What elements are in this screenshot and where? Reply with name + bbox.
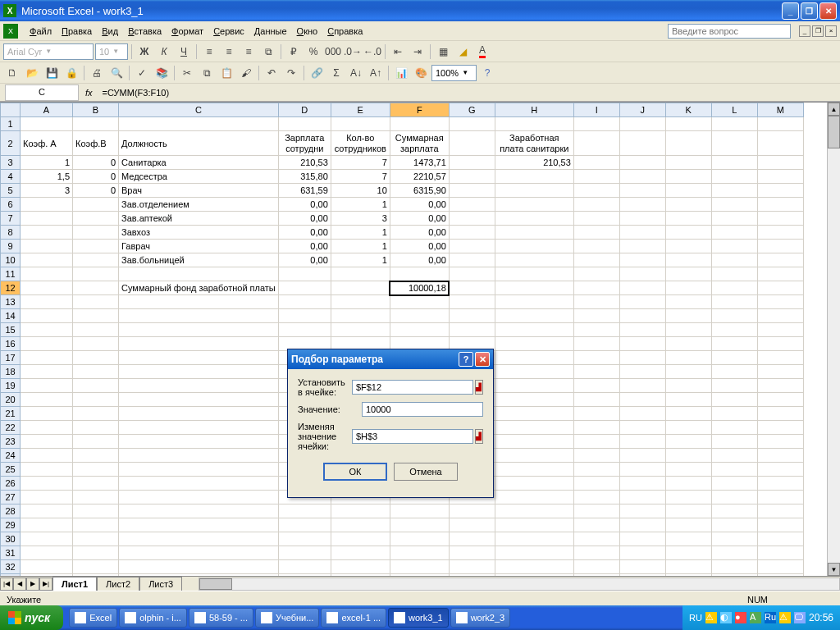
cell-J5[interactable]	[619, 184, 665, 198]
cell-D30[interactable]	[278, 532, 331, 546]
cell-M12[interactable]	[757, 281, 803, 295]
row-header-28[interactable]: 28	[1, 504, 21, 518]
cell-A23[interactable]	[21, 435, 73, 449]
cell-H10[interactable]	[495, 253, 573, 267]
row-header-20[interactable]: 20	[1, 393, 21, 407]
cell-E5[interactable]: 10	[331, 184, 390, 198]
cell-K7[interactable]	[665, 212, 711, 226]
decrease-indent-button[interactable]: ⇤	[389, 43, 407, 61]
cell-A33[interactable]	[21, 574, 73, 577]
cell-E33[interactable]	[331, 574, 390, 577]
cell-K31[interactable]	[665, 546, 711, 560]
cell-B28[interactable]	[73, 504, 119, 518]
cell-H2[interactable]: Заработная плата санитарки	[495, 131, 573, 156]
cell-I1[interactable]	[573, 117, 619, 131]
cell-D4[interactable]: 315,80	[278, 170, 331, 184]
cell-A32[interactable]	[21, 560, 73, 574]
cell-I3[interactable]	[573, 156, 619, 170]
cell-M28[interactable]	[757, 504, 803, 518]
increase-indent-button[interactable]: ⇥	[409, 43, 427, 61]
cell-I21[interactable]	[573, 407, 619, 421]
align-center-button[interactable]: ≡	[220, 43, 238, 61]
cell-G1[interactable]	[449, 117, 495, 131]
cell-H11[interactable]	[495, 267, 573, 281]
cell-C32[interactable]	[119, 560, 279, 574]
cell-A24[interactable]	[21, 449, 73, 463]
cell-J15[interactable]	[619, 323, 665, 337]
cell-G15[interactable]	[449, 323, 495, 337]
cell-D5[interactable]: 631,59	[278, 184, 331, 198]
cell-F33[interactable]	[390, 574, 449, 577]
cell-K10[interactable]	[665, 253, 711, 267]
cell-B18[interactable]	[73, 365, 119, 379]
cell-A15[interactable]	[21, 323, 73, 337]
cell-A3[interactable]: 1	[21, 156, 73, 170]
tray-icon[interactable]: 🖵	[794, 612, 806, 623]
cell-H21[interactable]	[495, 407, 573, 421]
cell-D28[interactable]	[278, 504, 331, 518]
window-minimize-button[interactable]: _	[782, 2, 799, 20]
cell-C24[interactable]	[119, 449, 279, 463]
cell-B31[interactable]	[73, 546, 119, 560]
cell-C2[interactable]: Должность	[119, 131, 279, 156]
cell-K5[interactable]	[665, 184, 711, 198]
cell-D7[interactable]: 0,00	[278, 212, 331, 226]
row-header-21[interactable]: 21	[1, 407, 21, 421]
cell-A8[interactable]	[21, 226, 73, 240]
window-close-button[interactable]: ✕	[819, 2, 837, 20]
cell-D33[interactable]	[278, 574, 331, 577]
menu-Вставка[interactable]: Вставка	[123, 25, 167, 38]
merge-center-button[interactable]: ⧉	[259, 43, 277, 61]
cell-I24[interactable]	[573, 449, 619, 463]
tab-nav-last[interactable]: ▶|	[39, 578, 52, 591]
cell-J30[interactable]	[619, 532, 665, 546]
cell-I25[interactable]	[573, 463, 619, 477]
menu-Сервис[interactable]: Сервис	[208, 25, 249, 38]
cell-B3[interactable]: 0	[73, 156, 119, 170]
cell-I10[interactable]	[573, 253, 619, 267]
cell-H26[interactable]	[495, 477, 573, 491]
cell-J31[interactable]	[619, 546, 665, 560]
cell-I5[interactable]	[573, 184, 619, 198]
cell-M5[interactable]	[757, 184, 803, 198]
cell-B17[interactable]	[73, 351, 119, 365]
cell-B20[interactable]	[73, 393, 119, 407]
comma-button[interactable]: 000	[324, 43, 342, 61]
cell-C16[interactable]	[119, 337, 279, 351]
cell-I12[interactable]	[573, 281, 619, 295]
cell-C29[interactable]	[119, 518, 279, 532]
cell-H28[interactable]	[495, 504, 573, 518]
col-header-M[interactable]: M	[757, 103, 803, 117]
cell-K1[interactable]	[665, 117, 711, 131]
col-header-F[interactable]: F	[390, 103, 449, 117]
cell-K20[interactable]	[665, 393, 711, 407]
cell-B24[interactable]	[73, 449, 119, 463]
cell-H30[interactable]	[495, 532, 573, 546]
cell-G31[interactable]	[449, 546, 495, 560]
cell-G13[interactable]	[449, 295, 495, 309]
row-header-11[interactable]: 11	[1, 267, 21, 281]
cell-A11[interactable]	[21, 267, 73, 281]
zoom-select[interactable]: 100%▼	[431, 65, 477, 81]
cell-B26[interactable]	[73, 477, 119, 491]
taskbar-item[interactable]: Excel	[69, 608, 117, 628]
cell-E30[interactable]	[331, 532, 390, 546]
cell-J4[interactable]	[619, 170, 665, 184]
cell-C10[interactable]: Зав.больницей	[119, 253, 279, 267]
cell-A18[interactable]	[21, 365, 73, 379]
cell-K9[interactable]	[665, 240, 711, 253]
cell-H7[interactable]	[495, 212, 573, 226]
cell-L2[interactable]	[711, 131, 757, 156]
taskbar-item[interactable]: work3_1	[388, 608, 449, 628]
cell-I26[interactable]	[573, 477, 619, 491]
cell-M25[interactable]	[757, 463, 803, 477]
cell-F12[interactable]: 10000,18	[390, 281, 449, 295]
cell-M17[interactable]	[757, 351, 803, 365]
cell-B5[interactable]: 0	[73, 184, 119, 198]
cell-K27[interactable]	[665, 491, 711, 504]
cell-D9[interactable]: 0,00	[278, 240, 331, 253]
col-header-L[interactable]: L	[711, 103, 757, 117]
tray-lang[interactable]: RU	[689, 613, 702, 623]
cell-E12[interactable]	[331, 281, 390, 295]
row-header-3[interactable]: 3	[1, 156, 21, 170]
